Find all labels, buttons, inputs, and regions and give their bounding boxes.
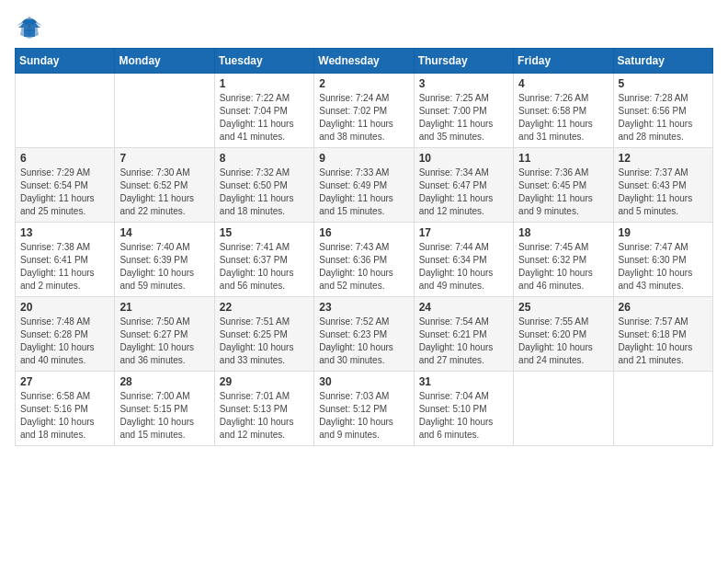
calendar-cell: 11Sunrise: 7:36 AM Sunset: 6:45 PM Dayli… [514, 148, 613, 223]
calendar-cell: 5Sunrise: 7:28 AM Sunset: 6:56 PM Daylig… [613, 74, 712, 148]
calendar-cell: 26Sunrise: 7:57 AM Sunset: 6:18 PM Dayli… [613, 297, 712, 372]
day-info: Sunrise: 7:34 AM Sunset: 6:47 PM Dayligh… [419, 167, 508, 218]
calendar-cell [115, 74, 214, 148]
calendar-week-row: 6Sunrise: 7:29 AM Sunset: 6:54 PM Daylig… [16, 148, 713, 223]
day-number: 16 [319, 226, 408, 239]
day-info: Sunrise: 7:54 AM Sunset: 6:21 PM Dayligh… [419, 316, 508, 367]
calendar-cell: 12Sunrise: 7:37 AM Sunset: 6:43 PM Dayli… [613, 148, 712, 223]
calendar-cell: 24Sunrise: 7:54 AM Sunset: 6:21 PM Dayli… [414, 297, 513, 372]
calendar-cell: 20Sunrise: 7:48 AM Sunset: 6:28 PM Dayli… [16, 297, 115, 372]
calendar-cell: 19Sunrise: 7:47 AM Sunset: 6:30 PM Dayli… [613, 223, 712, 297]
day-number: 25 [518, 301, 608, 314]
page-header [15, 15, 713, 40]
calendar-cell: 30Sunrise: 7:03 AM Sunset: 5:12 PM Dayli… [314, 372, 414, 446]
calendar-cell: 15Sunrise: 7:41 AM Sunset: 6:37 PM Dayli… [214, 223, 313, 297]
day-number: 1 [220, 77, 309, 90]
calendar-cell: 10Sunrise: 7:34 AM Sunset: 6:47 PM Dayli… [414, 148, 513, 223]
day-of-week-header: Tuesday [214, 49, 313, 74]
day-info: Sunrise: 7:32 AM Sunset: 6:50 PM Dayligh… [220, 167, 309, 218]
day-info: Sunrise: 7:03 AM Sunset: 5:12 PM Dayligh… [319, 390, 408, 442]
day-info: Sunrise: 7:52 AM Sunset: 6:23 PM Dayligh… [319, 316, 408, 367]
logo-bird-icon [15, 15, 44, 40]
day-info: Sunrise: 7:55 AM Sunset: 6:20 PM Dayligh… [518, 316, 608, 367]
calendar-cell: 4Sunrise: 7:26 AM Sunset: 6:58 PM Daylig… [514, 74, 613, 148]
calendar-cell: 1Sunrise: 7:22 AM Sunset: 7:04 PM Daylig… [214, 74, 313, 148]
calendar-cell: 6Sunrise: 7:29 AM Sunset: 6:54 PM Daylig… [16, 148, 115, 223]
day-of-week-header: Monday [115, 49, 214, 74]
calendar-cell [613, 372, 712, 446]
calendar-cell: 25Sunrise: 7:55 AM Sunset: 6:20 PM Dayli… [514, 297, 613, 372]
day-info: Sunrise: 7:50 AM Sunset: 6:27 PM Dayligh… [119, 316, 209, 367]
day-number: 30 [319, 375, 408, 388]
day-number: 9 [319, 152, 408, 165]
logo [15, 15, 48, 40]
day-number: 19 [619, 226, 708, 239]
calendar-cell: 21Sunrise: 7:50 AM Sunset: 6:27 PM Dayli… [115, 297, 214, 372]
day-number: 27 [20, 375, 109, 388]
day-number: 24 [419, 301, 508, 314]
calendar-cell: 18Sunrise: 7:45 AM Sunset: 6:32 PM Dayli… [514, 223, 613, 297]
calendar-cell [514, 372, 613, 446]
day-number: 8 [220, 152, 309, 165]
calendar-week-row: 20Sunrise: 7:48 AM Sunset: 6:28 PM Dayli… [16, 297, 713, 372]
day-info: Sunrise: 7:25 AM Sunset: 7:00 PM Dayligh… [419, 92, 508, 144]
day-number: 2 [319, 77, 408, 90]
day-info: Sunrise: 7:48 AM Sunset: 6:28 PM Dayligh… [20, 316, 109, 367]
calendar-cell: 27Sunrise: 6:58 AM Sunset: 5:16 PM Dayli… [16, 372, 115, 446]
day-number: 29 [220, 375, 309, 388]
day-info: Sunrise: 7:36 AM Sunset: 6:45 PM Dayligh… [518, 167, 608, 218]
day-info: Sunrise: 7:37 AM Sunset: 6:43 PM Dayligh… [619, 167, 708, 218]
day-info: Sunrise: 7:57 AM Sunset: 6:18 PM Dayligh… [619, 316, 708, 367]
calendar-cell: 2Sunrise: 7:24 AM Sunset: 7:02 PM Daylig… [314, 74, 414, 148]
day-info: Sunrise: 7:00 AM Sunset: 5:15 PM Dayligh… [119, 390, 209, 442]
day-number: 10 [419, 152, 508, 165]
calendar-header-row: SundayMondayTuesdayWednesdayThursdayFrid… [16, 49, 713, 74]
day-info: Sunrise: 7:28 AM Sunset: 6:56 PM Dayligh… [619, 92, 708, 144]
calendar-table: SundayMondayTuesdayWednesdayThursdayFrid… [15, 48, 713, 446]
day-info: Sunrise: 6:58 AM Sunset: 5:16 PM Dayligh… [20, 390, 109, 442]
day-info: Sunrise: 7:47 AM Sunset: 6:30 PM Dayligh… [619, 241, 708, 293]
day-info: Sunrise: 7:24 AM Sunset: 7:02 PM Dayligh… [319, 92, 408, 144]
calendar-cell: 28Sunrise: 7:00 AM Sunset: 5:15 PM Dayli… [115, 372, 214, 446]
day-of-week-header: Saturday [613, 49, 712, 74]
calendar-cell: 9Sunrise: 7:33 AM Sunset: 6:49 PM Daylig… [314, 148, 414, 223]
day-number: 5 [619, 77, 708, 90]
day-info: Sunrise: 7:01 AM Sunset: 5:13 PM Dayligh… [220, 390, 309, 442]
day-info: Sunrise: 7:30 AM Sunset: 6:52 PM Dayligh… [119, 167, 209, 218]
calendar-cell: 3Sunrise: 7:25 AM Sunset: 7:00 PM Daylig… [414, 74, 513, 148]
day-of-week-header: Thursday [414, 49, 513, 74]
day-of-week-header: Sunday [16, 49, 115, 74]
day-of-week-header: Friday [514, 49, 613, 74]
calendar-cell: 7Sunrise: 7:30 AM Sunset: 6:52 PM Daylig… [115, 148, 214, 223]
day-info: Sunrise: 7:51 AM Sunset: 6:25 PM Dayligh… [220, 316, 309, 367]
day-number: 22 [220, 301, 309, 314]
calendar-cell: 22Sunrise: 7:51 AM Sunset: 6:25 PM Dayli… [214, 297, 313, 372]
calendar-cell: 23Sunrise: 7:52 AM Sunset: 6:23 PM Dayli… [314, 297, 414, 372]
calendar-week-row: 27Sunrise: 6:58 AM Sunset: 5:16 PM Dayli… [16, 372, 713, 446]
calendar-cell: 13Sunrise: 7:38 AM Sunset: 6:41 PM Dayli… [16, 223, 115, 297]
day-number: 12 [619, 152, 708, 165]
calendar-cell: 29Sunrise: 7:01 AM Sunset: 5:13 PM Dayli… [214, 372, 313, 446]
day-info: Sunrise: 7:26 AM Sunset: 6:58 PM Dayligh… [518, 92, 608, 144]
day-number: 3 [419, 77, 508, 90]
day-of-week-header: Wednesday [314, 49, 414, 74]
day-number: 6 [20, 152, 109, 165]
day-number: 28 [119, 375, 209, 388]
day-number: 23 [319, 301, 408, 314]
day-number: 20 [20, 301, 109, 314]
day-info: Sunrise: 7:40 AM Sunset: 6:39 PM Dayligh… [119, 241, 209, 293]
day-number: 15 [220, 226, 309, 239]
day-number: 4 [518, 77, 608, 90]
day-number: 11 [518, 152, 608, 165]
day-number: 14 [119, 226, 209, 239]
calendar-cell: 8Sunrise: 7:32 AM Sunset: 6:50 PM Daylig… [214, 148, 313, 223]
day-info: Sunrise: 7:45 AM Sunset: 6:32 PM Dayligh… [518, 241, 608, 293]
day-number: 17 [419, 226, 508, 239]
calendar-cell: 31Sunrise: 7:04 AM Sunset: 5:10 PM Dayli… [414, 372, 513, 446]
day-number: 21 [119, 301, 209, 314]
calendar-cell [16, 74, 115, 148]
calendar-cell: 14Sunrise: 7:40 AM Sunset: 6:39 PM Dayli… [115, 223, 214, 297]
day-number: 31 [419, 375, 508, 388]
day-number: 7 [119, 152, 209, 165]
calendar-cell: 17Sunrise: 7:44 AM Sunset: 6:34 PM Dayli… [414, 223, 513, 297]
